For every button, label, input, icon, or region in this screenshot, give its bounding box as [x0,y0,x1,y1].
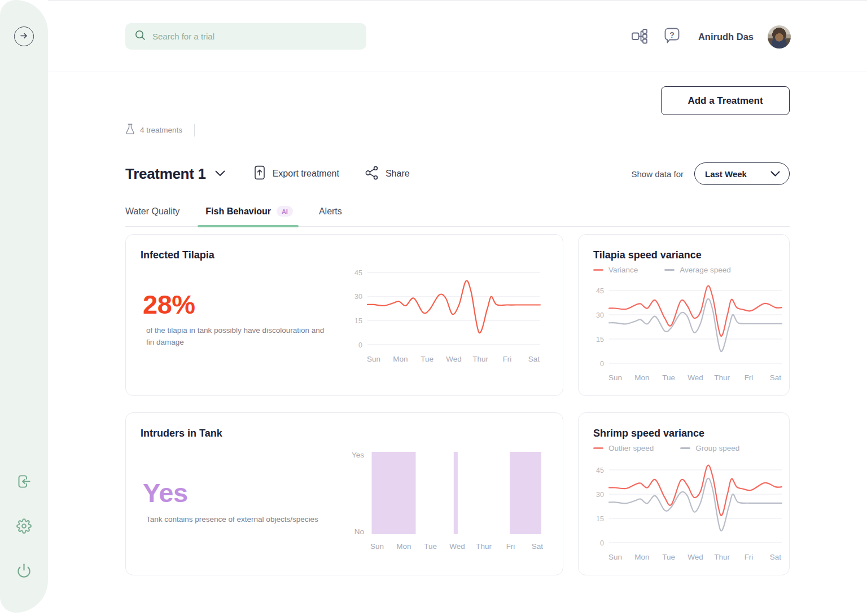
svg-text:0: 0 [600,360,604,368]
svg-text:15: 15 [596,336,604,344]
intruders-bar-chart: YesNoSunMonTueWedThurFriSat [349,445,547,569]
svg-text:Sun: Sun [608,553,622,561]
svg-text:0: 0 [600,539,604,547]
svg-text:Fri: Fri [745,373,754,382]
power-button[interactable] [16,563,33,580]
ai-badge: AI [277,206,293,217]
svg-text:Mon: Mon [634,373,649,382]
main-area: ? Anirudh Das Add a Treatment 4 treatmen… [48,0,867,616]
workflow-button[interactable] [630,27,649,47]
svg-text:30: 30 [596,311,604,319]
flask-icon [125,124,135,137]
sidebar-bottom-actions [0,474,48,580]
legend-item: Outlier speed [593,444,654,452]
svg-text:Thur: Thur [472,355,488,363]
gray-line-swatch [680,447,690,448]
card-title: Intruders in Tank [141,428,222,439]
legend-label: Average speed [680,266,731,274]
card-tilapia-speed-variance: Tilapia speed variance Variance Average … [578,234,790,396]
tab-water-quality[interactable]: Water Quality [125,199,179,226]
treatments-count: 4 treatments [140,126,182,134]
svg-text:Thur: Thur [714,553,730,561]
tab-alerts[interactable]: Alerts [319,199,342,226]
header: ? Anirudh Das [48,0,867,72]
svg-text:0: 0 [358,341,362,349]
legend-item: Average speed [664,266,731,274]
export-treatment-button[interactable]: Export treatment [253,165,339,182]
svg-text:45: 45 [596,467,604,474]
period-filter: Show data for Last Week [631,162,790,185]
user-name: Anirudh Das [698,32,754,42]
sidebar [0,0,48,613]
svg-text:Fri: Fri [745,553,754,561]
add-treatment-button[interactable]: Add a Treatment [661,86,790,115]
exit-button[interactable] [16,474,33,491]
treatment-selector[interactable]: Treatment 1 [125,165,225,183]
svg-text:Sun: Sun [367,355,380,363]
tab-label: Alerts [319,206,342,217]
tab-bar: Water Quality Fish Behaviour AI Alerts [125,199,790,227]
card-title: Tilapia speed variance [593,249,702,261]
legend-label: Variance [608,266,638,274]
treatment-toolbar: Treatment 1 Export treatment Share Show … [125,162,790,185]
tab-label: Water Quality [125,206,179,217]
svg-text:Sun: Sun [370,542,384,551]
intruders-stat: Yes [143,477,188,508]
gear-icon [16,518,32,535]
chevron-down-icon [770,170,780,178]
sidebar-expand-button[interactable] [14,27,34,46]
stat-description: Tank contains presence of external objec… [146,514,383,526]
avatar[interactable] [768,25,791,49]
svg-text:Yes: Yes [352,451,364,459]
legend-label: Group speed [695,444,739,452]
chart-legend: Outlier speed Group speed [593,444,739,452]
red-line-swatch [593,269,603,270]
trial-search[interactable] [125,23,366,50]
card-infected-tilapia: Infected Tilapia 28% of the tilapia in t… [125,234,563,396]
settings-button[interactable] [16,518,33,535]
share-button[interactable]: Share [364,166,410,182]
svg-text:Thur: Thur [714,373,730,382]
legend-item: Group speed [680,444,739,452]
svg-text:Sat: Sat [770,553,782,561]
show-data-for-label: Show data for [631,169,684,179]
infected-tilapia-chart: 4530150SunMonTueWedThurFriSat [347,263,545,376]
search-input[interactable] [152,32,357,41]
svg-text:Thur: Thur [476,542,492,551]
arrow-right-circle-icon [19,31,29,42]
svg-text:Wed: Wed [449,542,465,551]
exit-icon [16,474,32,491]
help-bubble-icon: ? [663,27,681,47]
tab-fish-behaviour[interactable]: Fish Behaviour AI [205,199,293,226]
card-title: Infected Tilapia [141,249,214,261]
power-icon [16,563,32,580]
svg-text:15: 15 [354,317,362,325]
svg-text:Sun: Sun [608,373,622,382]
share-nodes-icon [364,166,379,182]
share-label: Share [386,169,410,179]
period-dropdown[interactable]: Last Week [694,162,790,185]
search-icon [134,29,146,43]
svg-text:Tue: Tue [424,542,437,551]
divider [194,124,195,137]
svg-text:Sat: Sat [528,355,540,363]
svg-text:45: 45 [354,269,362,277]
svg-text:Wed: Wed [688,553,703,561]
chart-legend: Variance Average speed [593,266,731,274]
legend-item: Variance [593,266,638,274]
help-button[interactable]: ? [663,27,681,47]
period-value: Last Week [705,169,770,179]
header-right: ? Anirudh Das [630,1,791,73]
treatment-title: Treatment 1 [125,165,206,183]
svg-text:15: 15 [596,515,604,523]
svg-text:Tue: Tue [662,373,675,382]
card-title: Shrimp speed variance [593,428,704,439]
svg-text:Fri: Fri [503,355,512,363]
infected-percentage-stat: 28% [143,289,195,320]
svg-text:Tue: Tue [662,553,675,561]
treatments-meta: 4 treatments [125,124,195,137]
card-intruders-in-tank: Intruders in Tank Yes Tank contains pres… [125,412,563,575]
svg-text:Wed: Wed [688,373,703,382]
app-root: ? Anirudh Das Add a Treatment 4 treatmen… [0,0,867,616]
export-file-icon [253,165,266,182]
